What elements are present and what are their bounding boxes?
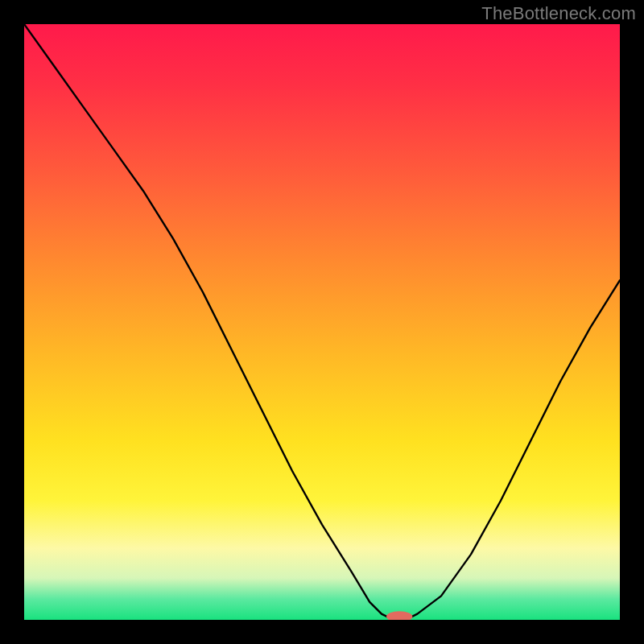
gradient-background	[24, 24, 620, 620]
watermark-text: TheBottleneck.com	[481, 3, 636, 24]
chart-container: TheBottleneck.com	[0, 0, 644, 644]
bottleneck-curve-svg	[24, 24, 620, 620]
plot-area	[24, 24, 620, 620]
